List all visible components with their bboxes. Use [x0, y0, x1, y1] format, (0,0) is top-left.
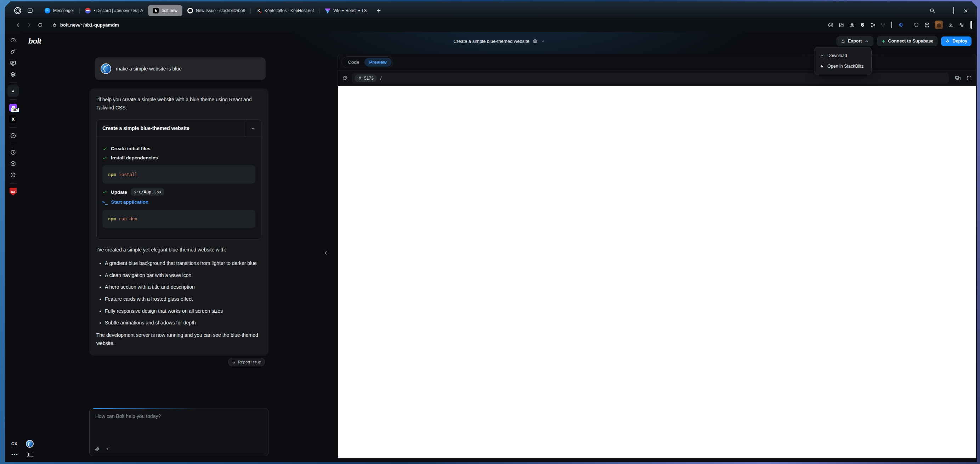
refresh-icon[interactable]: [342, 75, 347, 81]
pinboard-icon[interactable]: [838, 22, 844, 28]
downloads-icon[interactable]: [948, 22, 954, 28]
preview-content[interactable]: [338, 86, 976, 458]
artifact-collapse-button[interactable]: [245, 120, 261, 137]
gx-control-icon[interactable]: [8, 69, 19, 80]
feature-item: Subtle animations and shadows for depth: [105, 319, 261, 327]
back-icon[interactable]: [16, 22, 21, 28]
step-label: Start application: [111, 199, 148, 205]
tab-github-issue[interactable]: New Issue · stackblitz/bolt: [182, 5, 250, 16]
deploy-button[interactable]: Deploy: [941, 37, 972, 46]
sidebar-panel-toggle-icon[interactable]: [27, 452, 33, 457]
connect-supabase-label: Connect to Supabase: [888, 39, 934, 44]
workspace-icon[interactable]: [27, 8, 33, 14]
code-command: npm: [108, 172, 116, 177]
extensions-cube-icon[interactable]: [8, 158, 19, 169]
enhance-sparkles-icon[interactable]: [105, 446, 110, 451]
connect-supabase-button[interactable]: Connect to Supabase: [877, 37, 938, 46]
share-icon: [841, 39, 845, 44]
cleaner-icon[interactable]: [8, 46, 19, 57]
send-to-device-icon[interactable]: [870, 22, 876, 28]
chat-input-field[interactable]: [95, 413, 262, 438]
attach-paperclip-icon[interactable]: [95, 446, 100, 451]
artifact-body: Create initial files Install dependencie…: [97, 137, 261, 239]
code-args: install: [116, 172, 137, 177]
menu-item-open-stackblitz[interactable]: Open in StackBlitz: [817, 61, 869, 72]
history-icon[interactable]: [8, 147, 19, 158]
x-twitter-icon[interactable]: X: [8, 113, 19, 125]
sidebar-setup-icon[interactable]: [828, 22, 834, 28]
chat-input-actions: [95, 446, 110, 451]
chevron-up-icon: [251, 126, 255, 131]
gx-corner-icon[interactable]: [8, 57, 19, 69]
close-button[interactable]: ✕: [963, 8, 968, 13]
feature-list: A gradient blue background that transiti…: [105, 260, 261, 327]
feature-item: A hero section with a title and descript…: [105, 283, 261, 291]
step-label: Create initial files: [111, 146, 151, 151]
account-avatar[interactable]: [26, 440, 33, 448]
more-options-icon[interactable]: •••: [11, 452, 18, 457]
preview-toolbar-right: [955, 75, 972, 81]
reload-icon[interactable]: [38, 22, 43, 28]
menu-item-download[interactable]: Download: [817, 50, 869, 61]
tab-bolt-active[interactable]: b bolt.new: [148, 5, 182, 16]
check-icon: [102, 189, 107, 194]
preview-toolbar: 5173 /: [338, 70, 976, 86]
shield-extension-icon[interactable]: [913, 22, 920, 28]
opera-menu-button[interactable]: [14, 7, 21, 14]
adblock-shield-icon[interactable]: [859, 22, 865, 28]
tab-strip: Messenger • Discord | #benevezés | A b b…: [40, 5, 372, 16]
snapshot-icon[interactable]: [849, 22, 855, 28]
report-issue-button[interactable]: Report Issue: [228, 358, 265, 366]
gx-profile-label[interactable]: GX: [11, 442, 18, 446]
port-chip[interactable]: 5173: [355, 75, 377, 82]
twitch-icon[interactable]: 107: [8, 102, 19, 113]
bookmark-heart-icon[interactable]: ♡: [881, 22, 885, 28]
tab-title: New Issue · stackblitz/bolt: [196, 8, 245, 13]
stackblitz-zap-icon: [819, 64, 824, 69]
sidebar-divider: [10, 144, 17, 144]
browser-titlebar: Messenger • Discord | #benevezés | A b b…: [5, 2, 977, 18]
signal-extension-icon[interactable]: [898, 22, 904, 28]
browser-sidebar: 107 X uO: [5, 32, 21, 462]
file-chip[interactable]: src/App.tsx: [131, 188, 164, 195]
cube-extension-icon[interactable]: [924, 22, 930, 28]
tab-code[interactable]: Code: [343, 58, 364, 67]
project-title-group[interactable]: Create a simple blue-themed website: [453, 39, 545, 44]
tab-preview[interactable]: Preview: [364, 58, 392, 67]
user-avatar: [100, 64, 111, 74]
github-icon: [187, 8, 193, 13]
profile-avatar[interactable]: [935, 21, 943, 29]
tab-separator: [319, 8, 320, 13]
bolt-logo[interactable]: bolt: [28, 37, 41, 45]
responsive-device-icon[interactable]: [955, 75, 961, 81]
settings-gear-icon[interactable]: [8, 169, 19, 181]
assistant-message: I'll help you create a simple website wi…: [89, 89, 269, 356]
new-tab-button[interactable]: +: [377, 7, 381, 14]
tab-title: Képfeltöltés - KepHost.net: [264, 8, 314, 13]
step-create-files: Create initial files: [102, 146, 255, 151]
maximize-button[interactable]: [953, 8, 954, 14]
tab-messenger[interactable]: Messenger: [40, 5, 79, 16]
vite-icon: [325, 8, 331, 13]
sidebar-handle[interactable]: [970, 21, 972, 29]
speed-dial-icon[interactable]: [8, 35, 19, 46]
preview-url-bar[interactable]: 5173 /: [352, 73, 949, 84]
address-field[interactable]: bolt.new/~/sb1-qupyamdm: [49, 20, 123, 30]
fullscreen-icon[interactable]: [967, 75, 972, 81]
aria-ai-icon[interactable]: [8, 85, 19, 97]
search-icon[interactable]: [929, 8, 935, 13]
check-icon: [102, 146, 107, 151]
tune-sliders-icon[interactable]: [958, 22, 964, 28]
collapse-chat-chevron[interactable]: [323, 250, 329, 256]
tab-discord[interactable]: • Discord | #benevezés | A: [80, 5, 148, 16]
sidebar-divider: [10, 83, 17, 83]
feature-item: Feature cards with a frosted glass effec…: [105, 296, 261, 303]
export-button[interactable]: Export: [837, 37, 873, 46]
forward-icon[interactable]: [27, 22, 32, 28]
player-icon[interactable]: [8, 130, 19, 141]
chevron-down-icon[interactable]: [541, 39, 545, 43]
ublock-origin-icon[interactable]: uO: [8, 186, 19, 197]
download-label: Download: [827, 53, 847, 58]
tab-vite[interactable]: Vite + React + TS: [320, 5, 372, 16]
tab-kephost[interactable]: K Képfeltöltés - KepHost.net: [251, 5, 319, 16]
